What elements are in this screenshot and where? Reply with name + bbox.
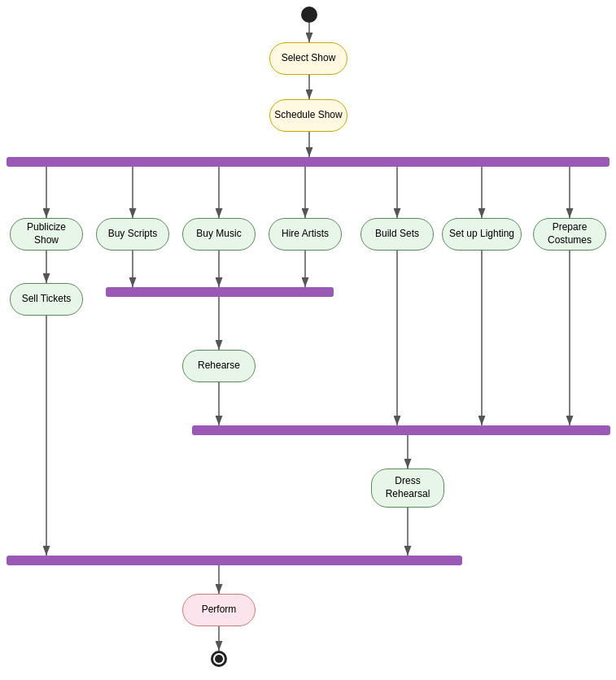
join-bar-3 (192, 425, 610, 435)
prepare-costumes-label: PrepareCostumes (548, 221, 592, 246)
dress-rehearsal-label: DressRehearsal (386, 475, 430, 500)
fork-bar-1 (7, 157, 609, 167)
build-sets-node: Build Sets (360, 218, 434, 251)
buy-scripts-label: Buy Scripts (108, 228, 158, 241)
publicize-show-node: PublicizeShow (10, 218, 83, 251)
rehearse-label: Rehearse (198, 360, 240, 373)
schedule-show-node: Schedule Show (269, 99, 347, 132)
build-sets-label: Build Sets (375, 228, 419, 241)
publicize-show-label: PublicizeShow (27, 221, 66, 246)
rehearse-node: Rehearse (182, 350, 256, 382)
hire-artists-node: Hire Artists (269, 218, 342, 251)
start-node (301, 7, 317, 23)
setup-lighting-label: Set up Lighting (449, 228, 514, 241)
end-node-inner (215, 655, 223, 663)
select-show-node: Select Show (269, 42, 347, 75)
join-bar-2 (106, 287, 334, 297)
sell-tickets-node: Sell Tickets (10, 283, 83, 316)
setup-lighting-node: Set up Lighting (442, 218, 522, 251)
join-bar-4 (7, 556, 462, 565)
select-show-label: Select Show (282, 52, 336, 65)
buy-scripts-node: Buy Scripts (96, 218, 169, 251)
activity-diagram: Select Show Schedule Show PublicizeShow … (0, 0, 616, 680)
end-node (211, 651, 227, 667)
schedule-show-label: Schedule Show (274, 109, 342, 122)
dress-rehearsal-node: DressRehearsal (371, 469, 444, 508)
buy-music-label: Buy Music (196, 228, 241, 241)
hire-artists-label: Hire Artists (282, 228, 329, 241)
prepare-costumes-node: PrepareCostumes (533, 218, 606, 251)
perform-label: Perform (202, 604, 237, 617)
perform-node: Perform (182, 594, 256, 626)
buy-music-node: Buy Music (182, 218, 256, 251)
sell-tickets-label: Sell Tickets (22, 293, 72, 306)
